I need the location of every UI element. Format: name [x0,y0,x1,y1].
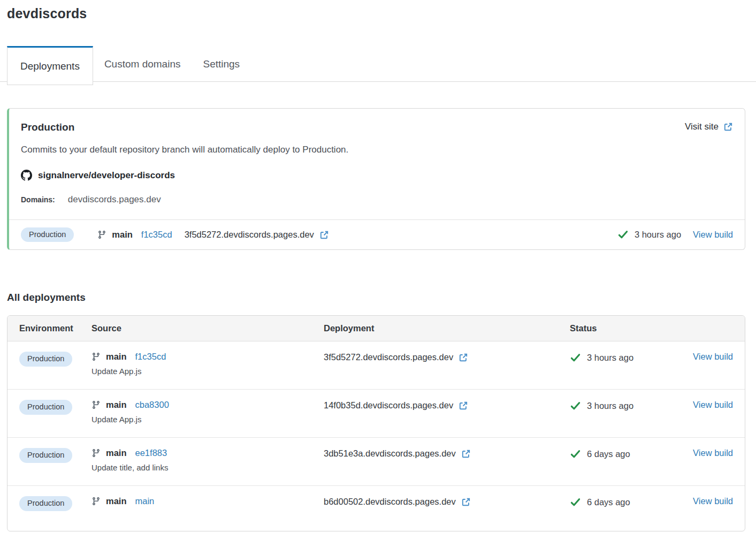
commit-link[interactable]: f1c35cd [135,352,166,362]
source-cell: main ee1f883 Update title, add links [91,448,324,472]
deployments-table: Environment Source Deployment Status Pro… [7,315,745,531]
deployment-cell: 3f5d5272.devdiscords.pages.dev [324,352,570,362]
git-branch-icon [91,352,101,361]
status-cell: 3 hours ago [570,400,676,412]
success-check-icon [570,448,581,460]
column-header-status: Status [570,323,676,333]
git-branch-icon [91,497,101,506]
branch-name: main [112,230,133,240]
success-check-icon [570,352,581,363]
deployment-url: b6d00502.devdiscords.pages.dev [324,497,456,507]
visit-site-link[interactable]: Visit site [685,121,733,132]
domains-label: Domains: [21,195,55,204]
deployment-url: 3f5d5272.devdiscords.pages.dev [324,352,453,362]
status-cell: 3 hours ago [570,352,676,363]
domains-row: Domains: devdiscords.pages.dev [21,194,733,205]
deployment-url-link[interactable]: 3f5d5272.devdiscords.pages.dev [185,230,329,240]
success-check-icon [617,229,629,240]
success-check-icon [570,400,581,412]
source-cell: main main [91,496,324,506]
external-link-icon [459,401,468,410]
visit-site-label: Visit site [685,121,719,132]
page-title: devdiscords [7,6,745,21]
success-check-icon [570,497,581,508]
deployment-url: 3db51e3a.devdiscords.pages.dev [324,448,456,459]
git-branch-icon [97,230,106,239]
environment-badge: Production [19,400,72,415]
commit-link[interactable]: f1c35cd [141,230,172,240]
deployment-row: Production main ee1f883 Update title, ad… [7,438,745,486]
column-header-environment: Environment [19,323,91,333]
external-link-icon [459,353,468,362]
branch-name: main [106,496,127,506]
git-branch-icon [91,497,101,506]
view-build-link[interactable]: View build [693,400,733,409]
environment-cell: Production [19,448,91,463]
status-cell: 6 days ago [570,497,676,508]
deployment-cell: 3db51e3a.devdiscords.pages.dev [324,448,570,459]
view-build-link[interactable]: View build [693,448,733,458]
git-branch-icon [91,352,101,361]
branch-name: main [106,352,127,362]
pages-project-page: devdiscords Deployments Custom domains S… [0,6,756,531]
commit-message: Update title, add links [91,463,324,472]
deployment-url-link[interactable]: 3db51e3a.devdiscords.pages.dev [324,448,570,459]
branch-name: main [106,448,127,458]
tab-deployments[interactable]: Deployments [7,46,93,85]
source-info: main f1c35cd [97,230,172,240]
environment-badge: Production [19,352,72,367]
deployment-row: Production main main b6d00502.devdiscord… [7,486,745,531]
git-branch-icon [91,448,101,458]
commit-message: Update App.js [91,367,324,376]
branch-name: main [106,400,127,410]
tab-settings[interactable]: Settings [192,46,251,82]
tab-custom-domains[interactable]: Custom domains [93,46,192,82]
deployment-url-link[interactable]: b6d00502.devdiscords.pages.dev [324,497,570,507]
view-build-link[interactable]: View build [693,230,733,240]
git-branch-icon [91,448,101,458]
repo-link[interactable]: signalnerve/developer-discords [21,170,175,181]
production-deployment-row: Production main f1c35cd 3f5d5272.devdisc… [9,219,745,249]
github-icon [21,170,32,181]
git-branch-icon [97,230,106,239]
view-build-link[interactable]: View build [693,496,733,506]
status-time: 6 days ago [587,497,630,507]
status-time: 3 hours ago [587,401,633,411]
source-cell: main cba8300 Update App.js [91,400,324,424]
production-card-body: Production Visit site Commits to your de… [9,109,745,219]
external-link-icon [723,122,733,132]
environment-badge: Production [19,448,72,463]
table-header: Environment Source Deployment Status [7,316,745,341]
production-description: Commits to your default repository branc… [21,145,733,155]
external-link-icon [461,497,471,507]
environment-badge: Production [19,496,72,511]
view-build-link[interactable]: View build [693,352,733,361]
external-link-icon [461,497,471,507]
actions-cell: View build [676,352,733,362]
success-check-icon [570,400,581,412]
commit-link[interactable]: cba8300 [135,400,169,410]
success-check-icon [570,497,581,508]
deployments-table-body: Production main f1c35cd Update App.js 3f… [7,341,745,531]
column-header-source: Source [91,323,324,333]
environment-cell: Production [19,496,91,511]
actions-cell: View build [676,448,733,458]
column-header-deployment: Deployment [324,323,570,333]
external-link-icon [319,230,329,240]
source-cell: main f1c35cd Update App.js [91,352,324,376]
deployment-url-link[interactable]: 14f0b35d.devdiscords.pages.dev [324,400,570,410]
production-card: Production Visit site Commits to your de… [7,108,745,250]
deployment-url: 14f0b35d.devdiscords.pages.dev [324,400,453,410]
deployment-url: 3f5d5272.devdiscords.pages.dev [185,230,314,240]
commit-link[interactable]: main [135,496,155,506]
tab-bar: Deployments Custom domains Settings [7,46,745,85]
commit-message: Update App.js [91,415,324,424]
deployment-url-link[interactable]: 3f5d5272.devdiscords.pages.dev [324,352,570,362]
success-check-icon [570,448,581,460]
commit-link[interactable]: ee1f883 [135,448,167,458]
status-time: 6 days ago [587,449,630,459]
deployment-cell: b6d00502.devdiscords.pages.dev [324,497,570,507]
environment-cell: Production [19,400,91,415]
environment-badge: Production [21,227,74,242]
actions-cell: View build [676,496,733,506]
